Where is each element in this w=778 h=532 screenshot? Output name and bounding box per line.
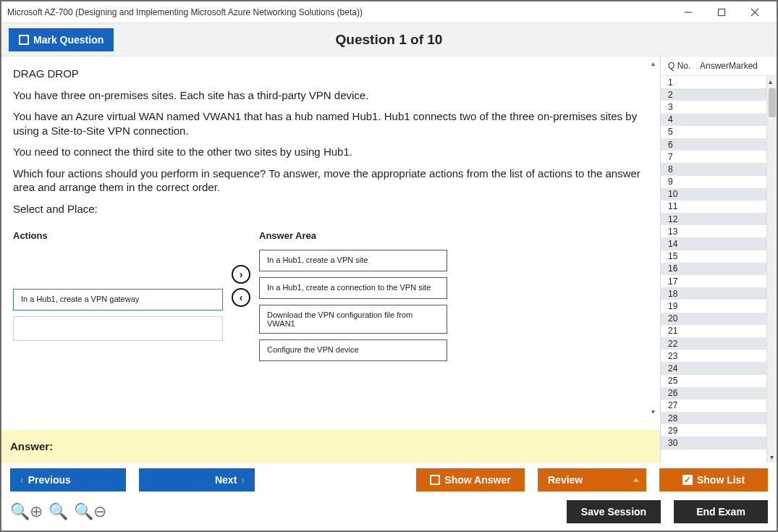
sidebar-row[interactable]: 20 — [661, 313, 766, 325]
sidebar-row-number: 5 — [668, 127, 700, 137]
sidebar-row[interactable]: 28 — [661, 412, 766, 424]
app-window: Microsoft AZ-700 (Designing and Implemen… — [0, 0, 778, 532]
review-label: Review — [548, 474, 583, 486]
save-session-button[interactable]: Save Session — [567, 500, 661, 523]
content-scrollbar[interactable]: ▴ ▾ — [648, 59, 659, 415]
sidebar-row-number: 11 — [668, 201, 700, 211]
zoom-reset-icon[interactable]: 🔍⊕ — [10, 504, 43, 520]
sidebar-header: Q No. Answer Marked — [661, 56, 777, 75]
question-paragraph: Which four actions should you perform in… — [13, 166, 648, 195]
move-left-button[interactable]: ‹ — [232, 288, 250, 307]
next-button[interactable]: Next › — [139, 468, 255, 491]
drag-drop-panel: Actions In a Hub1, create a VPN gateway … — [13, 230, 648, 367]
sidebar-row[interactable]: 17 — [661, 275, 766, 287]
sidebar-row[interactable]: 30 — [661, 436, 766, 449]
question-paragraph: You need to connect the third site to th… — [13, 145, 648, 159]
sidebar-row[interactable]: 25 — [661, 375, 766, 387]
sidebar-row-number: 18 — [668, 289, 700, 299]
sidebar-row[interactable]: 6 — [661, 138, 766, 151]
window-title: Microsoft AZ-700 (Designing and Implemen… — [7, 7, 363, 17]
sidebar-row[interactable]: 12 — [661, 213, 766, 225]
sidebar-row[interactable]: 23 — [661, 350, 766, 362]
answer-item[interactable]: In a Hub1, create a VPN site — [259, 250, 447, 271]
sidebar-row[interactable]: 18 — [661, 287, 766, 300]
previous-button[interactable]: ‹ Previous — [10, 468, 126, 491]
sidebar-row[interactable]: 8 — [661, 163, 766, 175]
answer-item[interactable]: Configure the VPN device — [259, 339, 447, 361]
show-answer-label: Show Answer — [444, 474, 510, 486]
sidebar-row-number: 20 — [668, 313, 700, 324]
save-session-label: Save Session — [581, 506, 646, 518]
sidebar-row[interactable]: 16 — [661, 263, 766, 275]
scroll-down-icon[interactable]: ▾ — [648, 408, 659, 415]
move-arrows: › ‹ — [232, 230, 250, 307]
scroll-up-icon[interactable]: ▴ — [769, 76, 776, 87]
checked-icon: ✓ — [682, 475, 693, 485]
end-exam-button[interactable]: End Exam — [674, 500, 768, 523]
question-paragraph: Select and Place: — [13, 202, 648, 216]
sidebar-row[interactable]: 15 — [661, 250, 766, 263]
zoom-out-icon[interactable]: 🔍⊖ — [74, 504, 106, 520]
sidebar-row[interactable]: 29 — [661, 424, 766, 436]
sidebar-row[interactable]: 26 — [661, 387, 766, 400]
sidebar-scrollbar[interactable]: ▴ ▾ — [766, 76, 777, 463]
sidebar-row-number: 26 — [668, 388, 700, 398]
zoom-in-icon[interactable]: 🔍 — [48, 504, 68, 520]
sidebar-row[interactable]: 24 — [661, 362, 766, 374]
sidebar-row[interactable]: 14 — [661, 237, 766, 250]
question-paragraph: You have an Azure virtual WAN named VWAN… — [13, 109, 648, 138]
sidebar-row[interactable]: 1 — [661, 76, 766, 88]
sidebar-row[interactable]: 7 — [661, 151, 766, 163]
sidebar-row[interactable]: 13 — [661, 225, 766, 237]
main-area: ▴ ▾ DRAG DROP You have three on-premises… — [1, 56, 777, 463]
show-answer-button[interactable]: Show Answer — [416, 468, 525, 491]
sidebar-row[interactable]: 3 — [661, 101, 766, 113]
svg-rect-1 — [719, 9, 725, 15]
col-header-qno: Q No. — [668, 61, 700, 71]
sidebar-row-number: 10 — [668, 189, 700, 199]
chevron-left-icon: ‹ — [20, 474, 24, 486]
sidebar-row[interactable]: 2 — [661, 88, 766, 101]
scrollbar-thumb[interactable] — [769, 88, 776, 117]
next-label: Next — [215, 474, 237, 486]
actions-column: Actions In a Hub1, create a VPN gateway — [13, 230, 223, 347]
sidebar-row[interactable]: 5 — [661, 126, 766, 138]
sidebar-row-number: 7 — [668, 152, 700, 162]
scroll-down-icon[interactable]: ▾ — [770, 452, 774, 463]
question-paragraph: You have three on-premises sites. Each s… — [13, 88, 648, 103]
sidebar-row[interactable]: 19 — [661, 300, 766, 312]
sidebar-row-number: 13 — [668, 227, 700, 237]
sidebar-row[interactable]: 21 — [661, 325, 766, 337]
show-list-button[interactable]: ✓ Show List — [659, 468, 768, 491]
chevron-right-icon: › — [241, 474, 245, 486]
sidebar-row[interactable]: 10 — [661, 188, 766, 200]
col-header-answer: Answer — [700, 61, 729, 71]
sidebar-row[interactable]: 22 — [661, 337, 766, 350]
maximize-icon[interactable] — [709, 4, 735, 21]
sidebar-row[interactable]: 27 — [661, 400, 766, 412]
review-button[interactable]: Review — [538, 468, 646, 491]
content-column: ▴ ▾ DRAG DROP You have three on-premises… — [1, 56, 660, 463]
answer-item[interactable]: Download the VPN configuration file from… — [259, 305, 447, 334]
close-icon[interactable] — [742, 4, 768, 21]
sidebar-row-number: 17 — [668, 276, 700, 287]
sidebar-row[interactable]: 9 — [661, 176, 766, 188]
answer-item[interactable]: In a Hub1, create a connection to the VP… — [259, 277, 447, 299]
action-item[interactable]: In a Hub1, create a VPN gateway — [13, 289, 223, 311]
question-list-sidebar: Q No. Answer Marked 12345678910111213141… — [660, 56, 777, 463]
sidebar-row-number: 8 — [668, 164, 700, 174]
sidebar-row[interactable]: 4 — [661, 114, 766, 126]
minimize-icon[interactable] — [675, 4, 701, 21]
move-right-button[interactable]: › — [232, 265, 250, 284]
sidebar-row-number: 21 — [668, 326, 700, 336]
header-row: Mark Question Question 1 of 10 — [1, 23, 777, 56]
sidebar-row-number: 16 — [668, 263, 700, 274]
navigation-bar: ‹ Previous Next › Show Answer Review ✓ S… — [1, 463, 777, 497]
action-empty-slot[interactable] — [13, 316, 223, 341]
mark-question-button[interactable]: Mark Question — [9, 28, 114, 51]
sidebar-row-number: 6 — [668, 140, 700, 150]
answer-column: Answer Area In a Hub1, create a VPN site… — [259, 230, 447, 367]
sidebar-row[interactable]: 11 — [661, 200, 766, 213]
scroll-up-icon[interactable]: ▴ — [648, 59, 659, 67]
actions-title: Actions — [13, 230, 223, 241]
